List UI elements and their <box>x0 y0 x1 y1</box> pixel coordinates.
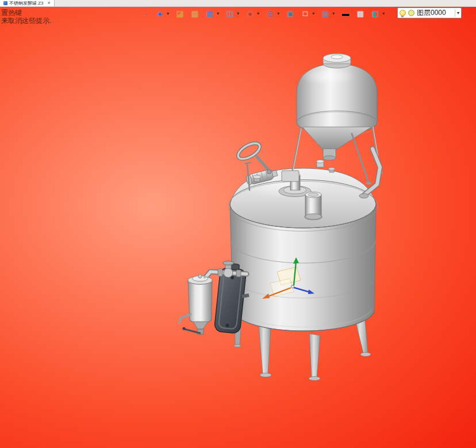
regenerate-icon: ◈ <box>155 9 165 19</box>
layer-name: 图层0000 <box>417 8 452 18</box>
layer-display-button[interactable]: □ ▾ <box>300 9 316 19</box>
view-cube-icon: ◫ <box>225 9 235 19</box>
prompt-text: 置热键 来取消这些提示. <box>1 9 51 25</box>
exit-icon[interactable]: → <box>140 9 150 19</box>
shade-mode-icon: ▦ <box>205 9 215 19</box>
graphics-canvas[interactable]: 置热键 来取消这些提示. → ◈ ▾ ◪ ▨ ▦ ▾ ◫ ▾ ◉ ▾ ◎ ▾ ▣… <box>0 6 476 448</box>
document-tab-title: 不锈钢发酵罐.Z3 <box>9 0 44 6</box>
chevron-down-icon[interactable]: ▾ <box>455 9 459 17</box>
prompt-line-1: 置热键 <box>1 9 51 17</box>
background-icon[interactable]: ▩ <box>355 9 366 19</box>
chevron-down-icon[interactable]: ▾ <box>331 11 336 16</box>
da-toolbar: → ◈ ▾ ◪ ▨ ▦ ▾ ◫ ▾ ◉ ▾ ◎ ▾ ▣ □ ▾ ▥ ▾ <box>140 8 386 19</box>
clamp-handle[interactable] <box>236 140 271 174</box>
layer-display-icon: □ <box>300 9 310 19</box>
color-wheel-icon: ◉ <box>245 9 255 19</box>
dome-nozzle[interactable] <box>304 192 323 221</box>
chevron-down-icon[interactable]: ▾ <box>311 11 316 16</box>
chevron-down-icon[interactable]: ▾ <box>276 11 281 16</box>
line-width-icon[interactable]: ▬ <box>340 9 351 19</box>
document-tab[interactable]: 不锈钢发酵罐.Z3 × <box>0 0 55 6</box>
3d-model-fermentation-tank[interactable] <box>0 6 476 448</box>
material-icon[interactable]: ▨ <box>190 9 200 19</box>
close-icon[interactable]: × <box>48 1 51 6</box>
side-vessel[interactable] <box>179 275 212 334</box>
shade-mode-button[interactable]: ▦ ▾ <box>205 9 220 19</box>
section-view-icon: ◧ <box>370 9 381 19</box>
multi-view-icon: ▥ <box>320 9 331 19</box>
layer-selector[interactable]: 图层0000 ▾ <box>397 7 462 18</box>
chevron-down-icon[interactable]: ▾ <box>216 11 220 16</box>
prompt-line-2: 来取消这些提示. <box>1 17 51 25</box>
multi-view-button[interactable]: ▥ ▾ <box>320 9 336 19</box>
color-wheel-button[interactable]: ◉ ▾ <box>245 9 260 19</box>
chevron-down-icon[interactable]: ▾ <box>236 11 240 16</box>
regenerate-button[interactable]: ◈ ▾ <box>155 9 170 19</box>
hopper-vessel[interactable] <box>295 54 378 161</box>
document-icon <box>3 1 7 5</box>
chevron-down-icon[interactable]: ▾ <box>166 11 170 16</box>
plate-bracket <box>242 295 249 296</box>
inquire-icon[interactable]: ◪ <box>175 9 185 19</box>
chevron-down-icon[interactable]: ▾ <box>381 11 386 16</box>
section-view-button[interactable]: ◧ ▾ <box>370 9 386 19</box>
zoom-button[interactable]: ◎ ▾ <box>265 9 281 19</box>
window-select-icon[interactable]: ▣ <box>285 9 295 19</box>
lightbulb-icon[interactable] <box>400 10 406 16</box>
tab-bar: 不锈钢发酵罐.Z3 × <box>0 0 476 7</box>
view-orientation-button[interactable]: ◫ ▾ <box>225 9 240 19</box>
zoom-icon: ◎ <box>265 9 275 19</box>
chevron-down-icon[interactable]: ▾ <box>256 11 260 16</box>
layer-color-swatch <box>408 10 414 16</box>
